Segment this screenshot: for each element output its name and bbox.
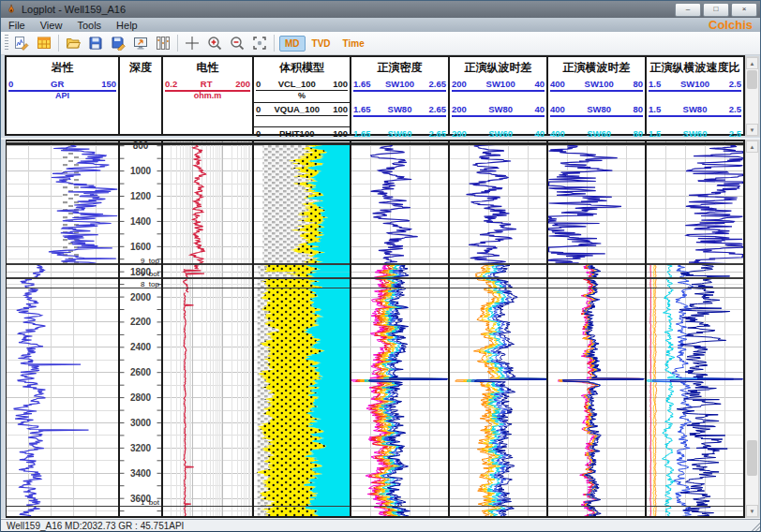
curve-label: SW60 bbox=[388, 128, 412, 140]
track-header-resistivity[interactable]: 电性0.2RT200ohm.m bbox=[161, 55, 254, 136]
track-header-fwd-density[interactable]: 正演密度1.65SW1002.651.65SW802.651.65SW602.6… bbox=[350, 55, 450, 136]
track-title: 正演纵波时差 bbox=[450, 60, 546, 76]
scale-min: 0.2 bbox=[165, 79, 177, 90]
curve-scale-sw80[interactable]: 200SW8040 bbox=[452, 104, 545, 117]
scale-min: 0 bbox=[256, 79, 261, 90]
depth-label: 2000 bbox=[130, 292, 152, 303]
scroll-up-button[interactable]: ▲ bbox=[746, 140, 758, 153]
mode-md-button[interactable]: MD bbox=[279, 36, 306, 52]
track-title: 电性 bbox=[163, 60, 252, 76]
menu-tools[interactable]: Tools bbox=[69, 20, 109, 31]
status-text: Well159_A16 MD:2032.73 GR : 45.751API bbox=[7, 521, 184, 531]
crosshair-button[interactable] bbox=[181, 33, 203, 54]
curve-scale-rt[interactable]: 0.2RT200 bbox=[165, 79, 250, 92]
minimize-button[interactable]: – bbox=[675, 3, 701, 17]
zoom-fit-button[interactable] bbox=[248, 33, 271, 54]
track-header-fwd-vpvs-ratio[interactable]: 正演纵横波速度比1.5SW1002.51.5SW802.51.5SW602.5 bbox=[645, 55, 745, 136]
toolbar-separator bbox=[274, 35, 275, 52]
table-view-button[interactable] bbox=[33, 33, 55, 54]
scale-min: 400 bbox=[550, 128, 565, 140]
track-header-lithology[interactable]: 岩性0GR150API bbox=[5, 55, 120, 136]
track-header-fwd-p-slowness[interactable]: 正演纵波时差200SW10040200SW8040200SW6040 bbox=[448, 55, 548, 136]
scale-max: 2.5 bbox=[729, 104, 741, 115]
curve-scale-sw80[interactable]: 1.65SW802.65 bbox=[353, 104, 446, 117]
depth-label: 800 bbox=[133, 140, 149, 151]
zoom-out-icon bbox=[230, 36, 245, 51]
curve-label: GR bbox=[51, 79, 64, 90]
plot-view-button[interactable] bbox=[10, 33, 33, 54]
curve-scale-sw80[interactable]: 400SW8080 bbox=[550, 104, 643, 117]
header-scrollbar[interactable]: ▲▼ bbox=[745, 56, 759, 137]
curve-label: SW80 bbox=[587, 104, 611, 115]
log-plot[interactable]: 8001000120014001600180020002200240026002… bbox=[6, 140, 746, 518]
open-button[interactable] bbox=[62, 33, 84, 54]
toolbar-separator bbox=[58, 35, 59, 52]
curve-scale-sw80[interactable]: 1.5SW802.5 bbox=[649, 104, 741, 117]
scroll-thumb[interactable] bbox=[747, 70, 757, 89]
scroll-down-button[interactable]: ▼ bbox=[746, 124, 758, 136]
depth-label: 3400 bbox=[130, 468, 152, 479]
send-to-display-button[interactable] bbox=[129, 33, 152, 54]
curve-unit: % bbox=[254, 91, 350, 100]
close-button[interactable]: × bbox=[731, 3, 757, 17]
depth-label: 2200 bbox=[130, 317, 152, 327]
mode-tvd-button[interactable]: TVD bbox=[306, 36, 336, 52]
scale-min: 1.65 bbox=[353, 79, 371, 90]
scale-min: 400 bbox=[550, 104, 565, 115]
zoom-out-button[interactable] bbox=[226, 33, 248, 54]
curve-scale-sw100[interactable]: 1.65SW1002.65 bbox=[353, 79, 446, 92]
scroll-up-button[interactable]: ▲ bbox=[746, 57, 758, 69]
toolbar-grip[interactable] bbox=[5, 35, 8, 52]
zoom-fit-icon bbox=[252, 36, 267, 51]
track-header-fwd-s-slowness[interactable]: 正演横波时差400SW10080400SW8080400SW6080 bbox=[546, 55, 647, 136]
menu-view[interactable]: View bbox=[33, 20, 70, 31]
zoom-in-button[interactable] bbox=[203, 33, 226, 54]
save-icon bbox=[88, 36, 103, 51]
depth-label: 1000 bbox=[130, 166, 152, 176]
track-layout-button[interactable] bbox=[152, 33, 174, 54]
scale-max: 80 bbox=[633, 128, 643, 140]
curve-scale-gr[interactable]: 0GR150 bbox=[8, 79, 116, 92]
track-header-depth[interactable]: 深度 bbox=[118, 55, 163, 136]
curve-label: SW60 bbox=[587, 128, 611, 140]
crosshair-icon bbox=[185, 36, 200, 51]
track-header-volume[interactable]: 体积模型0VCL_100100%0VQUA_1001000PHIT100100 bbox=[252, 55, 351, 136]
curve-label: SW100 bbox=[585, 79, 614, 90]
curve-scale-vcl_100[interactable]: 0VCL_100100 bbox=[256, 79, 348, 91]
scroll-thumb[interactable] bbox=[747, 440, 757, 476]
window-title: Logplot - Well159_A16 bbox=[22, 4, 126, 15]
scale-max: 2.5 bbox=[729, 79, 741, 90]
header-row-separator bbox=[254, 126, 350, 127]
scale-min: 200 bbox=[452, 79, 467, 90]
maximize-button[interactable]: □ bbox=[703, 3, 729, 17]
status-bar: Well159_A16 MD:2032.73 GR : 45.751API bbox=[1, 519, 760, 532]
track-title: 深度 bbox=[120, 60, 161, 76]
mode-time-button[interactable]: Time bbox=[337, 36, 370, 52]
scale-max: 80 bbox=[633, 79, 643, 90]
scale-max: 40 bbox=[534, 104, 545, 115]
scroll-down-button[interactable]: ▼ bbox=[746, 505, 758, 517]
menu-file[interactable]: File bbox=[1, 20, 33, 31]
curve-scale-sw100[interactable]: 200SW10040 bbox=[452, 79, 545, 92]
depth-label: 3000 bbox=[130, 418, 152, 428]
scale-max: 40 bbox=[534, 128, 545, 140]
open-icon bbox=[66, 36, 81, 51]
scale-max: 100 bbox=[333, 79, 348, 90]
toolbar-separator bbox=[177, 35, 178, 52]
scale-min: 1.5 bbox=[649, 128, 661, 140]
title-bar: Logplot - Well159_A16 –□× bbox=[1, 1, 760, 18]
save-button[interactable] bbox=[84, 33, 107, 54]
scale-max: 100 bbox=[333, 104, 348, 115]
curve-scale-sw100[interactable]: 1.5SW1002.5 bbox=[649, 79, 741, 92]
curve-unit: API bbox=[7, 91, 118, 100]
track-title: 正演纵横波速度比 bbox=[647, 60, 743, 76]
save-as-button[interactable] bbox=[107, 33, 129, 54]
table-view-icon bbox=[37, 36, 52, 51]
header-row-separator bbox=[254, 102, 350, 103]
curve-label: VCL_100 bbox=[278, 79, 316, 90]
curve-label: SW60 bbox=[488, 128, 513, 140]
curve-scale-vqua_100[interactable]: 0VQUA_100100 bbox=[256, 104, 348, 116]
curve-scale-sw100[interactable]: 400SW10080 bbox=[550, 79, 643, 92]
menu-help[interactable]: Help bbox=[109, 20, 145, 31]
plot-scrollbar[interactable]: ▲▼ bbox=[745, 140, 759, 518]
